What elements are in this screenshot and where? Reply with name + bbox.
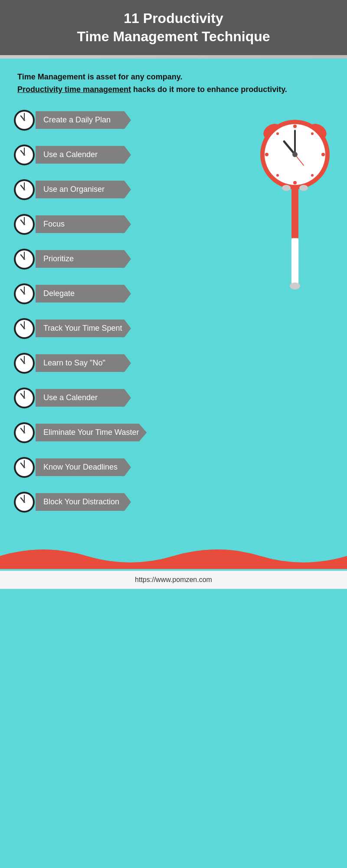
item-label: Use an Organiser (36, 181, 131, 198)
clock-icon (13, 109, 36, 132)
item-label: Track Your Time Spent (36, 319, 131, 337)
svg-point-44 (23, 397, 25, 399)
list-item: Block Your Distraction (13, 491, 252, 513)
main-content: Create a Daily PlanUse a CalenderUse an … (0, 100, 347, 534)
svg-point-65 (293, 181, 297, 184)
clock-icon (13, 421, 36, 444)
svg-point-69 (311, 132, 314, 135)
intro-link[interactable]: Productivity time management (17, 85, 131, 94)
svg-point-9 (23, 154, 25, 156)
svg-point-71 (311, 174, 314, 177)
svg-point-14 (23, 189, 25, 191)
clock-icon (13, 283, 36, 305)
clock-icon (13, 491, 36, 513)
list-item: Eliminate Your Time Waster (13, 421, 252, 444)
svg-point-75 (292, 152, 298, 157)
svg-point-77 (299, 185, 308, 191)
list-item: Use an Organiser (13, 178, 252, 201)
alarm-clock-icon (256, 109, 334, 291)
item-label: Learn to Say "No" (36, 354, 131, 372)
wave-svg (0, 543, 347, 569)
top-separator (0, 55, 347, 59)
item-label: Know Your Deadlines (36, 458, 131, 476)
list-item: Prioritize (13, 248, 252, 270)
clock-icon (13, 456, 36, 479)
clock-icon (13, 248, 36, 270)
svg-rect-79 (291, 238, 298, 284)
svg-point-76 (282, 185, 291, 191)
svg-point-19 (23, 224, 25, 225)
svg-point-49 (23, 432, 25, 434)
list-item: Delegate (13, 283, 252, 305)
clock-icon (13, 213, 36, 236)
svg-point-34 (23, 328, 25, 329)
list-item: Learn to Say "No" (13, 352, 252, 375)
clock-icon (13, 387, 36, 409)
footer-url: https://www.pomzen.com (0, 571, 347, 589)
list-item: Track Your Time Spent (13, 317, 252, 340)
footer-section: https://www.pomzen.com (0, 543, 347, 589)
item-label: Block Your Distraction (36, 493, 131, 511)
list-item: Focus (13, 213, 252, 236)
list-item: Create a Daily Plan (13, 109, 252, 132)
svg-point-29 (23, 293, 25, 295)
intro-text: Time Management is asset for any company… (0, 59, 347, 100)
svg-point-24 (23, 258, 25, 260)
svg-rect-78 (291, 188, 298, 238)
clock-icon (13, 144, 36, 166)
item-label: Eliminate Your Time Waster (36, 424, 147, 441)
alarm-clock-section (252, 105, 347, 534)
list-item: Use a Calender (13, 387, 252, 409)
list-section: Create a Daily PlanUse a CalenderUse an … (0, 105, 252, 534)
item-label: Delegate (36, 285, 131, 302)
svg-point-4 (23, 119, 25, 121)
svg-point-68 (276, 132, 279, 135)
item-label: Use a Calender (36, 146, 131, 164)
svg-point-70 (276, 174, 279, 177)
list-item: Know Your Deadlines (13, 456, 252, 479)
alarm-clock-wrapper (256, 109, 343, 293)
clock-icon (13, 178, 36, 201)
svg-point-80 (290, 283, 300, 289)
page-title: 11 Productivity Time Management Techniqu… (9, 10, 338, 46)
svg-point-59 (23, 501, 25, 503)
svg-point-54 (23, 467, 25, 468)
svg-point-64 (293, 125, 297, 128)
clock-icon (13, 317, 36, 340)
page-header: 11 Productivity Time Management Techniqu… (0, 0, 347, 55)
svg-point-67 (321, 153, 325, 156)
svg-point-39 (23, 362, 25, 364)
item-label: Create a Daily Plan (36, 111, 131, 129)
item-label: Use a Calender (36, 389, 131, 407)
item-label: Focus (36, 215, 131, 233)
clock-icon (13, 352, 36, 375)
svg-point-66 (265, 153, 268, 156)
item-label: Prioritize (36, 250, 131, 268)
list-item: Use a Calender (13, 144, 252, 166)
